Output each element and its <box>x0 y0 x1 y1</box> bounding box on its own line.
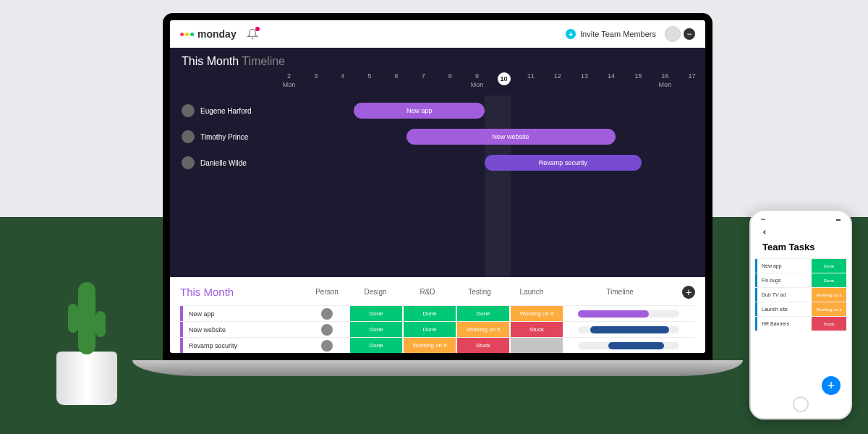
phone-statusbar: •••▬ <box>755 216 846 226</box>
col-header-rd[interactable]: R&D <box>401 285 454 303</box>
status-cell[interactable]: Working on it <box>457 322 509 337</box>
date-cell[interactable]: 2Mon <box>276 72 302 95</box>
user-avatar[interactable] <box>665 26 681 42</box>
phone-task-row[interactable]: HR Banners Stuck <box>755 316 846 331</box>
gantt-row: Timothy Prince New website <box>182 129 694 145</box>
status-cell[interactable]: Done <box>350 306 402 321</box>
gantt-bar[interactable]: Revamp security <box>485 155 642 171</box>
today-highlight <box>485 95 511 277</box>
date-cell[interactable]: 8 <box>437 72 464 95</box>
timeline-cell[interactable] <box>563 339 695 352</box>
invite-button[interactable]: + Invite Team Members <box>566 29 656 39</box>
table-row: New website DoneDoneWorking on itStuck <box>180 321 695 337</box>
status-cell[interactable]: Done <box>457 306 509 321</box>
status-cell[interactable] <box>511 338 563 353</box>
gantt-bar[interactable]: New app <box>354 103 485 119</box>
task-name[interactable]: New website <box>180 322 305 337</box>
status-cell[interactable]: Done <box>404 322 456 337</box>
status-cell[interactable]: Working on it <box>511 306 563 321</box>
gantt-bar[interactable]: New website <box>407 129 616 145</box>
phone-home-button[interactable] <box>793 396 809 412</box>
app-header: monday + Invite Team Members − <box>170 20 705 48</box>
date-cell[interactable]: 10 <box>490 72 517 95</box>
task-name[interactable]: Revamp security <box>180 338 305 353</box>
back-icon[interactable] <box>761 229 768 236</box>
notification-badge <box>255 27 260 31</box>
invite-label: Invite Team Members <box>580 30 656 38</box>
gantt-row: Eugene Harford New app <box>182 103 694 119</box>
date-cell[interactable]: 17 <box>678 72 705 95</box>
date-scale: 2Mon3456789Mon10111213141516Mon17 <box>276 72 705 95</box>
phone-task-row[interactable]: Launch site Working on it <box>755 302 846 316</box>
date-cell[interactable]: 3 <box>302 72 329 95</box>
gantt-person[interactable]: Eugene Harford <box>182 104 276 117</box>
task-name[interactable]: New app <box>180 306 305 321</box>
phone-task-row[interactable]: New app Done <box>755 258 846 273</box>
phone-task-row[interactable]: Dub TV ad Working on it <box>755 287 846 302</box>
status-cell[interactable]: Working on it <box>404 338 456 353</box>
phone-task-row[interactable]: Fix bugs Done <box>755 273 846 287</box>
col-header-timeline[interactable]: Timeline <box>558 285 682 303</box>
gantt-row: Danielle Wilde Revamp security <box>182 155 694 171</box>
date-cell[interactable]: 14 <box>598 72 625 95</box>
timeline-heading: This MonthTimeline <box>170 48 705 72</box>
person-avatar <box>182 156 195 169</box>
col-header-person[interactable]: Person <box>305 285 349 303</box>
notifications-icon[interactable] <box>247 28 258 40</box>
date-cell[interactable]: 5 <box>356 72 383 95</box>
menu-button[interactable]: − <box>684 28 695 40</box>
table-row: Revamp security DoneWorking on itStuck <box>180 337 695 353</box>
col-header-design[interactable]: Design <box>349 285 401 303</box>
date-cell[interactable]: 6 <box>383 72 410 95</box>
person-avatar <box>182 130 195 143</box>
person-cell[interactable] <box>305 340 349 352</box>
date-cell[interactable]: 11 <box>517 72 544 95</box>
date-cell[interactable]: 16Mon <box>652 72 678 95</box>
phone-frame: •••▬ Team Tasks New app Done Fix bugs Do… <box>749 210 852 420</box>
cactus-decoration <box>56 352 117 405</box>
date-cell[interactable]: 7 <box>410 72 437 95</box>
status-cell[interactable]: Stuck <box>511 322 563 337</box>
timeline-cell[interactable] <box>563 323 695 336</box>
gantt-person[interactable]: Timothy Prince <box>182 130 276 143</box>
timeline-view: This MonthTimeline 2Mon3456789Mon1011121… <box>170 48 705 277</box>
status-cell[interactable]: Done <box>350 338 402 353</box>
logo[interactable]: monday <box>180 28 237 40</box>
status-cell[interactable]: Stuck <box>457 338 509 353</box>
col-header-testing[interactable]: Testing <box>454 285 506 303</box>
add-column-button[interactable]: + <box>682 286 695 299</box>
plus-icon: + <box>566 29 576 39</box>
table-row: New app DoneDoneDoneWorking on it <box>180 305 695 321</box>
timeline-cell[interactable] <box>563 307 695 320</box>
date-cell[interactable]: 4 <box>329 72 356 95</box>
person-avatar <box>182 104 195 117</box>
phone-board-title: Team Tasks <box>755 239 846 258</box>
date-cell[interactable]: 13 <box>571 72 597 95</box>
person-cell[interactable] <box>305 324 349 336</box>
col-header-launch[interactable]: Launch <box>506 285 558 303</box>
phone-add-button[interactable]: + <box>822 376 841 395</box>
board-table: This Month Person Design R&D Testing Lau… <box>170 277 705 353</box>
logo-text: monday <box>197 28 237 40</box>
date-cell[interactable]: 12 <box>544 72 571 95</box>
status-cell[interactable]: Done <box>404 306 456 321</box>
laptop-frame: monday + Invite Team Members − <box>163 13 712 382</box>
gantt-person[interactable]: Danielle Wilde <box>182 156 276 169</box>
date-cell[interactable]: 9Mon <box>464 72 490 95</box>
person-cell[interactable] <box>305 308 349 320</box>
status-cell[interactable]: Done <box>350 322 402 337</box>
date-cell[interactable]: 15 <box>625 72 652 95</box>
board-title[interactable]: This Month <box>180 283 305 305</box>
